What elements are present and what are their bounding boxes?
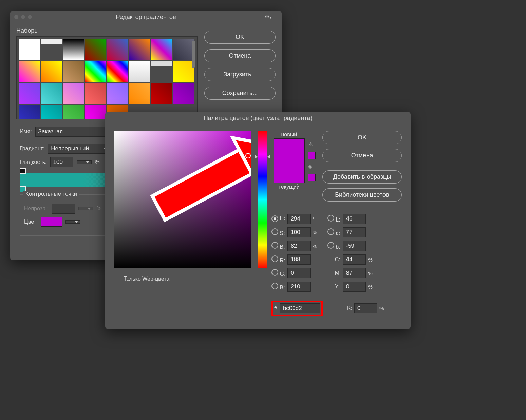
color-stepper[interactable] bbox=[65, 220, 80, 224]
lb-input[interactable] bbox=[343, 241, 366, 251]
new-current-color-box[interactable] bbox=[274, 138, 305, 183]
cube-icon[interactable]: ◈ bbox=[308, 163, 316, 170]
smoothness-unit: % bbox=[95, 159, 100, 165]
websafe-swatch[interactable] bbox=[308, 174, 316, 181]
svg-marker-1 bbox=[233, 131, 251, 186]
s-radio[interactable] bbox=[271, 228, 278, 235]
h-input[interactable] bbox=[287, 214, 311, 224]
name-label: Имя: bbox=[20, 129, 32, 135]
stops-legend: Контрольные точки bbox=[23, 191, 79, 197]
preset-swatch[interactable] bbox=[19, 39, 40, 60]
stop-color-swatch[interactable] bbox=[41, 217, 62, 227]
ok-button[interactable]: OK bbox=[204, 31, 276, 44]
r-input[interactable] bbox=[287, 254, 311, 265]
preset-swatch[interactable] bbox=[129, 61, 150, 82]
preset-swatch[interactable] bbox=[173, 61, 194, 82]
preset-swatch[interactable] bbox=[63, 105, 84, 119]
preset-swatch[interactable] bbox=[85, 105, 106, 119]
m-input[interactable] bbox=[343, 268, 366, 278]
smoothness-stepper[interactable] bbox=[77, 160, 92, 164]
saturation-field[interactable] bbox=[114, 131, 251, 268]
smoothness-label: Гладкость: bbox=[20, 159, 47, 165]
preset-swatch[interactable] bbox=[19, 61, 40, 82]
color-stop-label: Цвет: bbox=[24, 219, 38, 225]
presets-panel bbox=[16, 36, 198, 119]
hex-prefix: # bbox=[274, 305, 277, 311]
a-input[interactable] bbox=[343, 227, 366, 237]
preset-swatch[interactable] bbox=[151, 39, 172, 60]
hex-input[interactable] bbox=[280, 303, 320, 313]
annotation-arrow-icon bbox=[114, 131, 251, 268]
opacity-unit: % bbox=[97, 206, 101, 212]
y-input[interactable] bbox=[343, 282, 366, 292]
presets-scrollbar[interactable] bbox=[192, 41, 195, 68]
window-minimize-icon[interactable] bbox=[21, 15, 25, 19]
preset-swatch[interactable] bbox=[63, 61, 84, 82]
load-button[interactable]: Загрузить... bbox=[204, 68, 276, 81]
gear-icon[interactable]: ⚙▾ bbox=[264, 13, 271, 20]
opacity-stepper bbox=[78, 207, 93, 210]
preset-swatch[interactable] bbox=[63, 83, 84, 104]
new-color-label: новый bbox=[281, 132, 297, 138]
k-input[interactable] bbox=[354, 303, 377, 313]
preset-swatch[interactable] bbox=[173, 83, 194, 104]
preset-swatch[interactable] bbox=[151, 83, 172, 104]
bl-input[interactable] bbox=[287, 282, 311, 292]
b-radio[interactable] bbox=[271, 242, 278, 249]
lb-radio[interactable] bbox=[327, 242, 334, 249]
smoothness-input[interactable] bbox=[50, 157, 73, 167]
current-color-label: текущий bbox=[279, 184, 300, 190]
preset-swatch[interactable] bbox=[85, 83, 106, 104]
color-picker-title: Палитра цветов (цвет узла градиента) bbox=[105, 115, 411, 122]
g-radio[interactable] bbox=[271, 269, 278, 276]
cancel-button[interactable]: Отмена bbox=[204, 49, 276, 62]
s-input[interactable] bbox=[287, 227, 311, 237]
web-only-label: Только Web-цвета bbox=[124, 276, 169, 282]
gradient-editor-title: Редактор градиентов bbox=[10, 14, 282, 21]
hue-indicator-right-icon bbox=[267, 155, 270, 159]
a-radio[interactable] bbox=[327, 228, 334, 235]
h-radio[interactable] bbox=[271, 215, 278, 222]
preset-swatch[interactable] bbox=[129, 83, 150, 104]
color-libraries-button[interactable]: Библиотеки цветов bbox=[322, 188, 402, 202]
gamut-swatch[interactable] bbox=[308, 152, 316, 159]
preset-swatch[interactable] bbox=[129, 39, 150, 60]
hue-slider[interactable] bbox=[258, 131, 267, 268]
cp-cancel-button[interactable]: Отмена bbox=[322, 149, 402, 162]
preset-swatch[interactable] bbox=[19, 83, 40, 104]
preset-swatch[interactable] bbox=[107, 39, 128, 60]
l-input[interactable] bbox=[343, 214, 366, 224]
color-picker-titlebar: Палитра цветов (цвет узла градиента) bbox=[105, 112, 411, 124]
add-to-swatches-button[interactable]: Добавить в образцы bbox=[322, 170, 402, 184]
b-input[interactable] bbox=[287, 241, 311, 251]
preset-swatch[interactable] bbox=[41, 105, 62, 119]
preset-swatch[interactable] bbox=[19, 105, 40, 119]
save-button[interactable]: Сохранить... bbox=[204, 87, 276, 100]
web-only-checkbox[interactable] bbox=[114, 276, 120, 282]
hue-indicator-left-icon bbox=[255, 155, 258, 159]
color-picker-window: Палитра цветов (цвет узла градиента) Тол… bbox=[105, 112, 411, 329]
gradient-type-select[interactable]: Непрерывный bbox=[48, 144, 109, 154]
preset-swatch[interactable] bbox=[63, 39, 84, 60]
bl-radio[interactable] bbox=[271, 283, 278, 289]
preset-swatch[interactable] bbox=[85, 39, 106, 60]
window-zoom-icon[interactable] bbox=[28, 15, 32, 19]
l-radio[interactable] bbox=[327, 215, 334, 222]
presets-label: Наборы bbox=[16, 27, 198, 34]
r-radio[interactable] bbox=[271, 255, 278, 262]
preset-swatch[interactable] bbox=[107, 83, 128, 104]
preset-swatch[interactable] bbox=[41, 39, 62, 60]
opacity-stop-label: Непрозр.: bbox=[24, 206, 49, 212]
preset-swatch[interactable] bbox=[107, 61, 128, 82]
window-close-icon[interactable] bbox=[14, 15, 18, 19]
preset-swatch[interactable] bbox=[41, 61, 62, 82]
opacity-stop[interactable] bbox=[20, 168, 26, 174]
preset-swatch[interactable] bbox=[151, 61, 172, 82]
preset-swatch[interactable] bbox=[41, 83, 62, 104]
gamut-warning-icon[interactable]: ⚠ bbox=[308, 141, 316, 148]
preset-swatch[interactable] bbox=[85, 61, 106, 82]
g-input[interactable] bbox=[287, 268, 311, 278]
c-input[interactable] bbox=[343, 254, 366, 265]
preset-swatch[interactable] bbox=[173, 39, 194, 60]
cp-ok-button[interactable]: OK bbox=[322, 131, 402, 144]
